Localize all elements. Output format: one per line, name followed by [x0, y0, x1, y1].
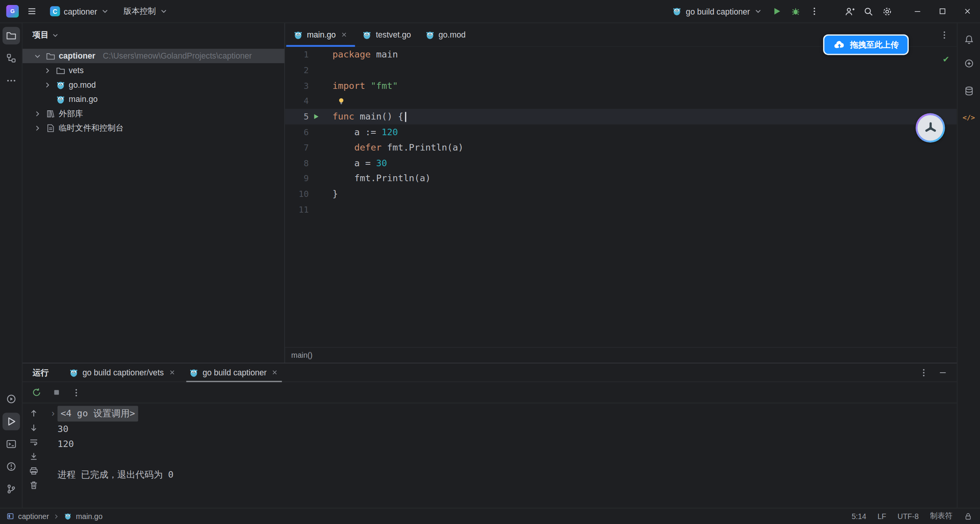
tool-run-button[interactable] [2, 413, 20, 431]
code-line-11[interactable]: 11 [285, 202, 957, 217]
status-project-crumb[interactable]: captioner [18, 512, 49, 521]
search-everywhere-button[interactable] [859, 2, 877, 21]
console-text: 120 [49, 437, 74, 452]
run-more-options-icon[interactable] [71, 387, 81, 397]
chevron-right-icon[interactable] [42, 80, 52, 89]
project-panel-header[interactable]: 项目 [23, 23, 284, 47]
tree-item-captioner-root[interactable]: captionerC:\Users\meow\GolandProjects\ca… [23, 49, 284, 63]
code-line-2[interactable]: 2 [285, 62, 957, 78]
tool-problems-button[interactable] [2, 458, 20, 475]
line-number: 7 [285, 140, 309, 155]
code-line-10[interactable]: 10} [285, 187, 957, 202]
editor-tab-go-mod[interactable]: go.mod [418, 23, 473, 46]
print-icon[interactable] [29, 466, 39, 476]
debug-button[interactable] [786, 2, 805, 21]
tree-item-go-mod[interactable]: go.mod [23, 77, 284, 92]
vcs-widget[interactable]: 版本控制 [118, 2, 173, 21]
close-tab-icon[interactable] [168, 368, 176, 377]
run-tab-captioner[interactable]: go build captioner [183, 364, 286, 382]
hide-tool-window-icon[interactable] [934, 364, 951, 380]
chevron-right-icon[interactable] [42, 66, 52, 75]
tool-project-button[interactable] [2, 27, 20, 44]
tool-terminal-button[interactable] [2, 435, 20, 453]
tool-services-button[interactable] [2, 390, 20, 408]
console-output[interactable]: ›<4 go 设置调用>30120 进程 已完成，退出代码为 0 [45, 403, 957, 508]
inspection-ok-icon[interactable]: ✔ [942, 52, 949, 67]
status-item-1[interactable]: LF [877, 512, 886, 521]
code-with-me-button[interactable] [840, 2, 859, 21]
status-item-0[interactable]: 5:14 [852, 512, 866, 521]
line-number: 1 [285, 47, 309, 62]
editor-tab-testvet-go[interactable]: testvet.go [355, 23, 418, 46]
run-gutter-icon[interactable] [309, 109, 323, 124]
lock-icon[interactable] [964, 512, 973, 521]
clear-console-icon[interactable] [29, 480, 39, 490]
run-button[interactable] [768, 2, 786, 21]
drag-upload-button[interactable]: 拖拽至此上传 [823, 34, 909, 55]
editor-area: main.gotestvet.gogo.mod 1package main23i… [285, 23, 957, 363]
code-line-4[interactable]: 4 [285, 93, 957, 109]
stop-icon[interactable] [52, 388, 61, 397]
run-configuration-selector[interactable]: go build captioner [667, 2, 768, 21]
endpoints-button[interactable]: </> [960, 110, 978, 127]
main-menu-button[interactable] [23, 2, 41, 21]
breadcrumb-item[interactable]: main() [291, 351, 313, 360]
code-editor[interactable]: 1package main23import "fmt"45func main()… [285, 47, 957, 347]
run-tab-captioner-vets[interactable]: go build captioner/vets [62, 364, 183, 382]
up-arrow-icon[interactable] [29, 408, 39, 418]
console-text: 30 [49, 421, 68, 437]
gutter-spacer [309, 124, 323, 140]
notifications-button[interactable] [960, 31, 978, 48]
code-token: main() { [360, 109, 403, 124]
tree-item-label: captioner [59, 51, 95, 61]
go-file-icon [55, 94, 66, 104]
fold-expander-icon[interactable]: › [49, 406, 57, 421]
line-number: 10 [285, 187, 309, 202]
tree-item-main-go[interactable]: main.go [23, 92, 284, 106]
close-button[interactable] [955, 0, 980, 23]
maximize-button[interactable] [930, 0, 955, 23]
run-options-icon[interactable] [916, 364, 932, 380]
search-icon [863, 6, 874, 17]
status-item-2[interactable]: UTF-8 [897, 512, 919, 521]
line-number: 6 [285, 124, 309, 140]
tool-structure-button[interactable] [2, 49, 20, 67]
status-right: 5:14LFUTF-8制表符 [852, 511, 952, 522]
intention-bulb-icon[interactable] [336, 97, 346, 106]
chevron-down-icon[interactable] [33, 52, 42, 61]
tree-item-external-libraries[interactable]: 外部库 [23, 106, 284, 121]
more-actions-button[interactable] [805, 2, 824, 21]
rerun-icon[interactable] [31, 387, 42, 398]
code-line-8[interactable]: 8 a = 30 [285, 156, 957, 171]
scroll-to-end-icon[interactable] [29, 452, 39, 462]
code-line-5[interactable]: 5func main() { [285, 109, 957, 124]
status-file-crumb[interactable]: main.go [76, 512, 103, 521]
status-item-3[interactable]: 制表符 [930, 511, 952, 522]
more-tool-windows-button[interactable] [2, 72, 20, 90]
database-button[interactable] [960, 82, 978, 100]
chevron-right-icon[interactable] [33, 123, 42, 132]
close-tab-icon[interactable] [340, 31, 348, 39]
editor-tab-options-icon[interactable] [939, 30, 949, 40]
soft-wrap-icon[interactable] [29, 437, 39, 447]
code-text: } [322, 187, 338, 202]
minimize-button[interactable] [905, 0, 930, 23]
editor-tab-main-go[interactable]: main.go [286, 23, 355, 46]
run-toolbar [23, 382, 957, 404]
tool-vcs-button[interactable] [2, 480, 20, 498]
code-line-9[interactable]: 9 fmt.Println(a) [285, 171, 957, 186]
code-line-6[interactable]: 6 a := 120 [285, 124, 957, 140]
overlay-watermark-icon [916, 113, 945, 143]
chevron-right-icon[interactable] [33, 109, 42, 118]
ai-assistant-button[interactable] [960, 54, 978, 72]
project-selector[interactable]: C captioner [45, 2, 115, 21]
code-line-3[interactable]: 3import "fmt" [285, 78, 957, 93]
down-arrow-icon[interactable] [29, 423, 39, 433]
gutter-spacer [309, 62, 323, 78]
code-line-7[interactable]: 7 defer fmt.Println(a) [285, 140, 957, 155]
close-tab-icon[interactable] [271, 368, 279, 377]
settings-button[interactable] [877, 2, 896, 21]
tree-item-vets[interactable]: vets [23, 63, 284, 78]
line-number: 2 [285, 62, 309, 78]
tree-item-scratches-consoles[interactable]: 临时文件和控制台 [23, 121, 284, 135]
